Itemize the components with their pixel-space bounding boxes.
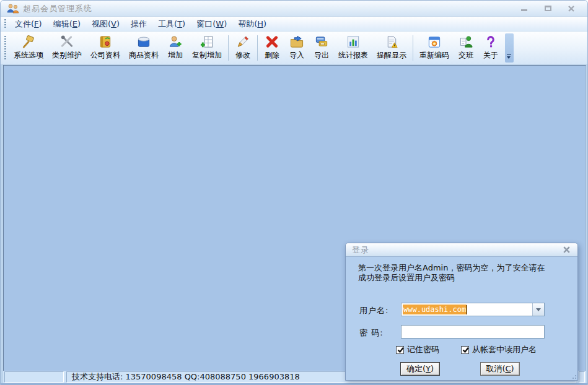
person-add-icon xyxy=(167,35,183,49)
person-doc-icon xyxy=(458,35,474,49)
toolbar-label: 关于 xyxy=(483,50,498,61)
two-people-icon xyxy=(7,4,19,14)
login-hint-line1: 第一次登录用户名Admin，密码为空，为了安全请在 xyxy=(358,263,572,273)
red-x-icon xyxy=(264,35,280,49)
minimize-icon xyxy=(521,9,527,11)
window-controls xyxy=(520,5,581,12)
menu-help[interactable]: 帮助(H) xyxy=(232,17,272,32)
checkmark-icon xyxy=(462,346,470,354)
password-input[interactable] xyxy=(402,326,544,338)
pen-icon xyxy=(235,35,251,49)
password-field-frame xyxy=(401,325,545,339)
username-dropdown-button[interactable] xyxy=(532,303,544,316)
toolbar-button-shift-change[interactable]: 交班 xyxy=(454,33,478,63)
statusbar-panel-right xyxy=(579,371,585,383)
toolbar-separator xyxy=(228,35,229,61)
close-icon xyxy=(568,5,575,12)
maximize-icon xyxy=(545,6,551,11)
login-hint-line2: 成功登录后设置用户及密码 xyxy=(358,273,572,283)
toolbar-button-add[interactable]: 增加 xyxy=(163,33,188,63)
dialog-resize-grip[interactable] xyxy=(570,373,576,379)
login-dialog: 登录 第一次登录用户名Admin，密码为空，为了安全请在 成功登录后设置用户及密… xyxy=(345,243,578,381)
window-title: 超易会员管理系统 xyxy=(23,3,92,14)
toolbar-separator xyxy=(257,35,258,61)
login-dialog-close-button[interactable] xyxy=(563,246,571,254)
toolbar-overflow-button[interactable] xyxy=(505,33,514,63)
login-hint-text: 第一次登录用户名Admin，密码为空，为了安全请在 成功登录后设置用户及密码 xyxy=(358,263,572,283)
toolbar-label: 公司资料 xyxy=(90,50,120,61)
toolbar-button-statistics-report[interactable]: 统计报表 xyxy=(334,33,372,63)
cancel-button[interactable]: 取消(C) xyxy=(480,362,520,376)
chevron-down-icon xyxy=(507,54,512,59)
toolbar-button-product-info[interactable]: 商品资料 xyxy=(125,33,163,63)
titlebar: 超易会员管理系统 xyxy=(1,1,587,17)
toolbar-label: 修改 xyxy=(235,50,250,61)
toolbar-label: 导出 xyxy=(314,50,329,61)
tools-icon xyxy=(59,35,75,49)
checkbox-box xyxy=(396,346,404,354)
menu-view[interactable]: 视图(V) xyxy=(86,17,125,32)
menu-file[interactable]: 文件(F) xyxy=(9,17,48,32)
checkbox-label: 记住密码 xyxy=(407,344,439,355)
toolbar-button-delete[interactable]: 删除 xyxy=(260,33,284,63)
text-caret xyxy=(467,305,467,314)
menubar: 文件(F) 编辑(E) 视图(V) 操作 工具(T) 窗口(W) 帮助(H) xyxy=(1,17,587,32)
toolbar-drag-grip[interactable] xyxy=(4,36,6,61)
box-icon xyxy=(136,35,152,49)
warning-doc-icon xyxy=(384,35,400,49)
toolbar-label: 复制增加 xyxy=(192,50,222,61)
hammer-icon xyxy=(20,35,37,49)
app-window: 超易会员管理系统 文件(F) 编辑(E) 视图(V) 操作 工具(T) 窗口(W… xyxy=(0,0,588,385)
checkbox-label: 从帐套中读用户名 xyxy=(472,344,537,355)
toolbar-button-reminder-display[interactable]: 提醒显示 xyxy=(372,33,411,63)
toolbar-label: 导入 xyxy=(289,50,304,61)
password-label: 密 码: xyxy=(359,327,384,339)
toolbar-label: 系统选项 xyxy=(14,50,43,61)
read-username-checkbox[interactable]: 从帐套中读用户名 xyxy=(461,344,537,355)
remember-password-checkbox[interactable]: 记住密码 xyxy=(396,344,439,355)
toolbar-button-copy-add[interactable]: 复制增加 xyxy=(188,33,226,63)
toolbar-label: 增加 xyxy=(168,50,183,61)
toolbar-button-edit[interactable]: 修改 xyxy=(230,33,255,63)
menu-edit[interactable]: 编辑(E) xyxy=(48,17,86,32)
ok-button[interactable]: 确定(Y) xyxy=(400,362,440,376)
calendar-icon xyxy=(426,35,442,49)
checkbox-box xyxy=(461,346,469,354)
checkmark-icon xyxy=(397,346,405,354)
close-button[interactable] xyxy=(568,5,576,12)
menubar-drag-grip[interactable] xyxy=(4,19,6,29)
support-text: 技术支持电话: 13570098458 QQ:408088750 1966903… xyxy=(72,371,300,383)
toolbar-label: 类别维护 xyxy=(52,50,82,61)
username-input[interactable]: www.udashi.com xyxy=(402,303,532,316)
maximize-button[interactable] xyxy=(544,5,553,12)
grid-add-icon xyxy=(199,35,215,49)
toolbar-button-import[interactable]: 导入 xyxy=(284,33,309,63)
menu-window[interactable]: 窗口(W) xyxy=(191,17,232,32)
close-icon xyxy=(563,246,571,254)
dropdown-arrow-icon xyxy=(536,308,541,311)
login-dialog-titlebar: 登录 xyxy=(346,243,577,257)
toolbar-button-recode[interactable]: 重新编码 xyxy=(415,33,454,63)
book-icon xyxy=(97,35,113,49)
folder-import-icon xyxy=(289,35,305,49)
checkbox-row: 记住密码 从帐套中读用户名 xyxy=(346,344,577,354)
toolbar-button-category-maintenance[interactable]: 类别维护 xyxy=(48,33,86,63)
toolbar-label: 重新编码 xyxy=(419,50,449,61)
toolbar-label: 统计报表 xyxy=(338,50,368,61)
card-export-icon xyxy=(314,35,330,49)
menu-tools[interactable]: 工具(T) xyxy=(152,17,191,32)
toolbar-button-company-info[interactable]: 公司资料 xyxy=(86,33,125,63)
menu-operate[interactable]: 操作 xyxy=(125,17,152,32)
toolbar-separator xyxy=(413,35,413,61)
toolbar-label: 提醒显示 xyxy=(377,50,406,61)
username-label: 用户名: xyxy=(359,305,388,316)
toolbar-button-system-options[interactable]: 系统选项 xyxy=(9,33,48,63)
toolbar-label: 商品资料 xyxy=(129,50,159,61)
bar-chart-icon xyxy=(345,35,361,49)
username-combobox[interactable]: www.udashi.com xyxy=(401,303,545,316)
toolbar-button-about[interactable]: 关于 xyxy=(478,33,503,63)
toolbar-button-export[interactable]: 导出 xyxy=(309,33,334,63)
login-dialog-title: 登录 xyxy=(352,244,369,256)
question-mark-icon xyxy=(483,35,499,49)
minimize-button[interactable] xyxy=(520,5,529,12)
